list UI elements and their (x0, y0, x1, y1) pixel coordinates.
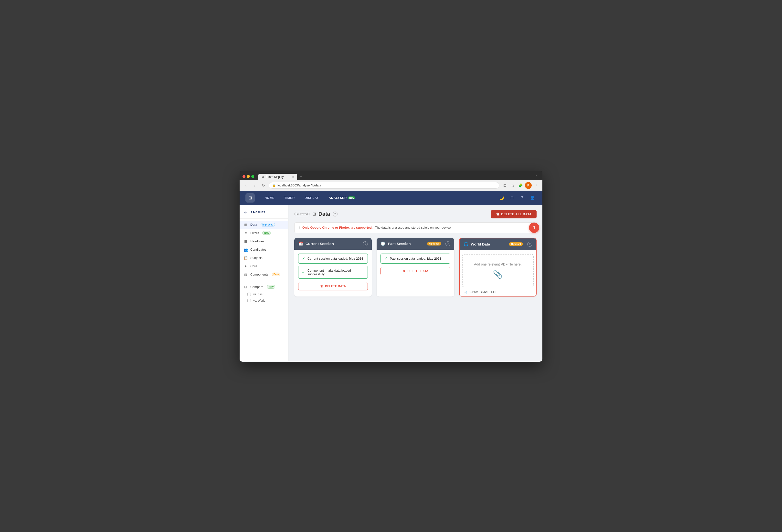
world-data-help-icon[interactable]: ? (527, 242, 532, 247)
delete-all-button[interactable]: 🗑 DELETE ALL DATA (491, 210, 537, 218)
delete-all-icon: 🗑 (496, 212, 499, 216)
help-button[interactable]: ? (518, 194, 526, 202)
subjects-icon: 📋 (244, 256, 248, 260)
sidebar-item-core[interactable]: ✦ Core (240, 262, 288, 270)
new-tab-button[interactable]: + (297, 173, 305, 180)
sidebar-item-candidates[interactable]: 👥 Candidates (240, 245, 288, 254)
tab-title: Exam Display (266, 175, 284, 179)
status1-check-icon: ✓ (302, 256, 305, 261)
world-data-card-body: Add one relevant PDF file here. 📎 📄 SHOW… (460, 250, 536, 296)
past-status1-check-icon: ✓ (384, 256, 387, 261)
window-controls: ⌃ (535, 175, 539, 178)
browser-window: ⊞ Exam Display × + ⌃ ‹ › ↻ 🔒 localhost:3… (240, 170, 542, 362)
url-text: localhost:3003/analyser/ib/data (278, 184, 321, 187)
tab-bar: ⊞ Exam Display × + (258, 173, 305, 180)
nav-tab-home[interactable]: HOME (260, 191, 279, 205)
status2-text: Component marks data loaded successfully (308, 269, 364, 276)
improved-badge: Improved (294, 212, 310, 216)
show-sample-link[interactable]: 📄 SHOW SAMPLE FILE (460, 289, 536, 296)
nav-tab-analyser[interactable]: ANALYSER New (324, 191, 360, 205)
sidebar-item-filters-label: Filters (250, 231, 259, 235)
current-session-status2: ✓ Component marks data loaded successful… (298, 266, 368, 279)
sidebar-brand: ⊹ IB Results (240, 209, 288, 219)
past-session-optional-badge: Optional (427, 242, 441, 245)
current-session-delete-button[interactable]: 🗑 DELETE DATA (298, 282, 368, 291)
refresh-button[interactable]: ↻ (260, 182, 267, 189)
sidebar-item-filters[interactable]: ≡ Filters New (240, 229, 288, 237)
content-area: Improved ⊞ Data ? 🗑 DELETE ALL DATA ℹ On… (288, 205, 542, 361)
nav-tab-display[interactable]: DISPLAY (300, 191, 324, 205)
sidebar-item-components-label: Components (250, 273, 269, 276)
status1-text: Current session data loaded: May 2024 (308, 257, 363, 260)
sidebar-item-compare[interactable]: ⊡ Compare New (240, 283, 288, 291)
filters-icon: ≡ (244, 231, 248, 235)
sidebar-brand-text: IB Results (249, 210, 265, 214)
sidebar: ⊹ IB Results ⊞ Data Improved ≡ Filters N… (240, 205, 288, 361)
profile-avatar[interactable]: F (525, 182, 532, 189)
bookmark-icon[interactable]: ☆ (509, 182, 516, 189)
sidebar-item-data[interactable]: ⊞ Data Improved (240, 221, 288, 229)
past-session-delete-button[interactable]: 🗑 DELETE DATA (381, 267, 450, 275)
data-improved-badge: Improved (260, 223, 275, 226)
world-data-optional-badge: Optional (509, 242, 523, 246)
browser-titlebar: ⊞ Exam Display × + ⌃ (240, 170, 542, 180)
past-session-card-header: 🕐 Past Session Optional ? (377, 238, 454, 250)
sidebar-item-components[interactable]: ⊟ Components Beta (240, 270, 288, 279)
past-session-card: 🕐 Past Session Optional ? ✓ Past session… (377, 238, 454, 297)
components-beta-badge: Beta (272, 273, 281, 276)
sidebar-item-headlines-label: Headlines (250, 239, 264, 243)
sidebar-item-subjects[interactable]: 📋 Subjects (240, 254, 288, 262)
vs-world-checkbox[interactable] (247, 299, 251, 302)
world-data-title: World Data (471, 242, 507, 246)
address-bar[interactable]: 🔒 localhost:3003/analyser/ib/data (269, 182, 499, 189)
app-logo: ⊞ (245, 193, 255, 202)
menu-icon[interactable]: ⋮ (533, 182, 539, 189)
compare-new-badge: New (267, 285, 275, 289)
data-icon: ⊞ (244, 223, 248, 227)
vs-past-checkbox[interactable] (247, 293, 251, 296)
nav-tab-timer[interactable]: TIMER (279, 191, 300, 205)
analyser-new-badge: New (348, 196, 355, 199)
tab-close-button[interactable]: × (292, 176, 294, 178)
sidebar-sub-item-vs-world[interactable]: vs. World (240, 298, 288, 304)
toolbar-icons: ⊡ ☆ 🧩 F ⋮ (501, 182, 539, 189)
forward-button[interactable]: › (251, 182, 258, 189)
traffic-light-yellow[interactable] (247, 175, 250, 178)
past-session-card-body: ✓ Past session data loaded: May 2023 🗑 D… (377, 250, 454, 279)
current-session-card-header: 📅 Current Session ? (294, 238, 372, 250)
current-session-help-icon[interactable]: ? (363, 241, 368, 246)
monitor-button[interactable]: ⊡ (508, 194, 516, 202)
sidebar-item-candidates-label: Candidates (250, 248, 266, 251)
sidebar-item-headlines[interactable]: ▦ Headlines (240, 237, 288, 245)
lock-icon: 🔒 (273, 184, 276, 187)
sidebar-item-subjects-label: Subjects (250, 256, 262, 260)
compare-icon: ⊡ (244, 285, 248, 289)
upload-text: Add one relevant PDF file here. (474, 262, 522, 266)
world-data-globe-icon: 🌐 (464, 242, 468, 246)
page-icon: ⊞ (312, 211, 316, 217)
delete-all-label: DELETE ALL DATA (501, 212, 532, 216)
filters-new-badge: New (262, 231, 271, 235)
screenshot-icon[interactable]: ⊡ (501, 182, 508, 189)
traffic-lights (243, 175, 254, 178)
past-session-clock-icon: 🕐 (381, 241, 385, 246)
show-sample-label: SHOW SAMPLE FILE (469, 291, 497, 294)
sample-file-icon: 📄 (464, 291, 467, 294)
active-tab[interactable]: ⊞ Exam Display × (258, 174, 297, 180)
sidebar-sub-item-vs-past[interactable]: vs. past (240, 291, 288, 298)
upload-area[interactable]: Add one relevant PDF file here. 📎 (462, 254, 534, 287)
traffic-light-green[interactable] (251, 175, 254, 178)
traffic-light-red[interactable] (243, 175, 245, 178)
extensions-icon[interactable]: 🧩 (517, 182, 524, 189)
current-session-card: 📅 Current Session ? ✓ Current session da… (294, 238, 372, 297)
back-button[interactable]: ‹ (243, 182, 249, 189)
current-session-card-body: ✓ Current session data loaded: May 2024 … (294, 250, 372, 294)
content-header: Improved ⊞ Data ? 🗑 DELETE ALL DATA (294, 210, 537, 218)
dark-mode-button[interactable]: 🌙 (497, 194, 506, 202)
sidebar-brand-icon: ⊹ (244, 210, 247, 215)
past-session-delete-label: DELETE DATA (407, 269, 428, 273)
past-session-help-icon[interactable]: ? (446, 241, 450, 246)
sidebar-item-data-label: Data (250, 223, 257, 226)
account-button[interactable]: 👤 (528, 194, 537, 202)
page-help-icon[interactable]: ? (333, 212, 337, 217)
